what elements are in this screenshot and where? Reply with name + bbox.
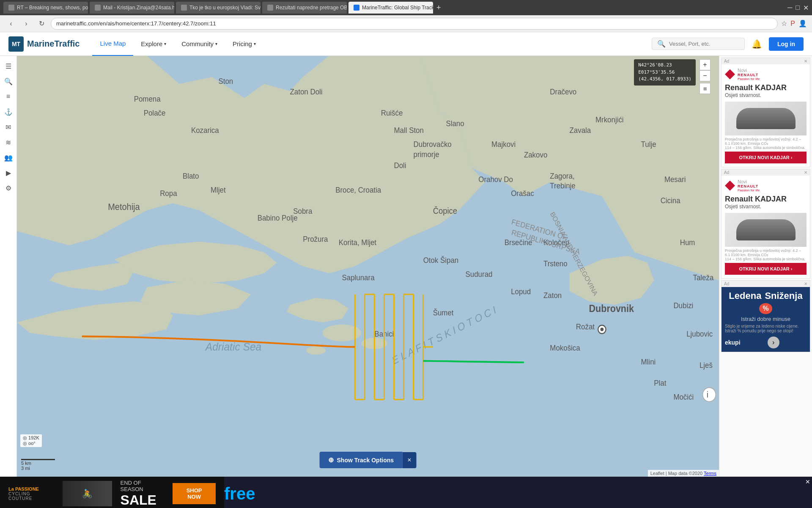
svg-text:Prožura: Prožura (303, 235, 328, 243)
svg-text:Zagora,Trebinje: Zagora,Trebinje (550, 171, 575, 190)
ad-renault-content-1: Novi RENAULT Passion for life Renault KA… (721, 64, 810, 167)
map-terms-link[interactable]: Terms (704, 471, 716, 476)
svg-text:Šumet: Šumet (433, 308, 454, 317)
svg-text:Cicina: Cicina (661, 196, 680, 205)
pinterest-icon[interactable]: P (790, 20, 795, 28)
svg-text:Babino Polje: Babino Polje (258, 214, 298, 223)
ad-close-icon-1[interactable]: ✕ (804, 59, 807, 64)
logo-area[interactable]: MT MarineTraffic (8, 36, 80, 52)
ad-sidebar: Ad ✕ Novi RENAULT Passion for life Renau… (719, 56, 812, 477)
svg-text:REPUBLIKA SRPSKA: REPUBLIKA SRPSKA (510, 228, 581, 256)
close-window-button[interactable]: ✕ (803, 4, 809, 12)
tab-marine[interactable]: MarineTraffic: Global Ship Track... × (348, 2, 433, 14)
show-track-options-button[interactable]: ⊕ Show Track Options (320, 452, 403, 468)
search-box[interactable]: 🔍 (652, 38, 745, 50)
svg-point-79 (600, 328, 604, 331)
forward-button[interactable]: › (20, 18, 32, 30)
zoom-out-button[interactable]: − (700, 70, 710, 81)
svg-point-80 (703, 388, 716, 402)
app-header: MT MarineTraffic Live Map Explore ▾ Comm… (0, 32, 812, 56)
ad-renault-content-2: Novi RENAULT Passion for life Renault KA… (721, 176, 810, 278)
profile-icon[interactable]: 👤 (798, 19, 807, 28)
search-input[interactable] (669, 41, 739, 47)
ad-cta-button-2[interactable]: OTKRIJ NOVI KADJAR › (725, 263, 807, 275)
banner-ad-close-button[interactable]: ✕ (805, 478, 810, 485)
tab-obi[interactable]: Rezultati napredne pretrage OBI... × (262, 2, 347, 14)
login-button[interactable]: Log in (769, 37, 804, 51)
zoom-in-button[interactable]: + (700, 59, 710, 70)
svg-text:Hum: Hum (680, 238, 695, 247)
cycling-ad: La PASSIONE CYCLING COUTURE 🚴 END OF SEA… (0, 477, 224, 508)
svg-text:Metohija: Metohija (108, 202, 140, 212)
svg-text:Mesari: Mesari (664, 175, 686, 184)
svg-text:Sobra: Sobra (293, 207, 312, 215)
ad-cta-button-1[interactable]: OTKRIJ NOVI KADJAR › (725, 152, 807, 163)
svg-text:Mrkonjići: Mrkonjići (595, 116, 624, 124)
svg-text:Taleža: Taleža (693, 273, 714, 282)
svg-text:Lješ: Lješ (700, 361, 713, 370)
track-options-bar: ⊕ Show Track Options × (320, 452, 417, 468)
track-options-close-button[interactable]: × (402, 452, 416, 468)
back-button[interactable]: ‹ (5, 18, 17, 30)
tab-news[interactable]: Tko je tko u europskoj Vladi: Sv... × (176, 2, 261, 14)
sidebar-mail-icon[interactable]: ✉ (2, 120, 15, 134)
pricing-arrow: ▾ (254, 41, 256, 46)
tab-rt[interactable]: RT – Breaking news, shows, pod... × (3, 2, 88, 14)
svg-text:Otok Šipan: Otok Šipan (423, 255, 459, 265)
renault-logo-2 (725, 181, 735, 191)
svg-text:FEDERATION OF: FEDERATION OF (510, 218, 568, 242)
bookmark-icon[interactable]: ☆ (781, 19, 787, 28)
sidebar-layers-icon[interactable]: ≋ (2, 135, 15, 149)
svg-point-78 (598, 325, 606, 334)
sidebar-filter-icon[interactable]: ≡ (2, 90, 15, 103)
svg-text:Ruišće: Ruišće (381, 108, 403, 117)
nav-live-map[interactable]: Live Map (92, 32, 133, 56)
svg-text:Mokošica: Mokošica (550, 343, 580, 352)
svg-text:Adriatic Sea: Adriatic Sea (205, 340, 261, 353)
svg-text:Dubrovačkoprimorje: Dubrovačkoprimorje (414, 140, 452, 159)
svg-point-1 (322, 325, 361, 342)
new-tab-button[interactable]: + (436, 3, 441, 12)
community-arrow: ▾ (215, 41, 217, 46)
sidebar-search-icon[interactable]: 🔍 (2, 75, 15, 88)
tab-mail[interactable]: Mail - Kristijan.Zinaja@24sata.hr × (90, 2, 174, 14)
svg-text:Zavala: Zavala (569, 126, 591, 135)
main-nav: Live Map Explore ▾ Community ▾ Pricing ▾ (92, 32, 263, 56)
minimize-button[interactable]: ─ (787, 4, 792, 11)
svg-text:Sudurad: Sudurad (466, 270, 493, 279)
free-text: free (224, 484, 255, 503)
reload-button[interactable]: ↻ (36, 18, 47, 30)
svg-text:Ljubovic: Ljubovic (686, 329, 713, 338)
svg-text:Doli: Doli (394, 161, 406, 170)
sidebar-vessels-icon[interactable]: ⚓ (2, 105, 15, 119)
ad-close-icon-3[interactable]: ✕ (804, 282, 807, 286)
svg-text:Rožat: Rožat (576, 323, 595, 331)
notification-bell[interactable]: 🔔 (752, 39, 762, 49)
svg-text:Dračevo: Dračevo (550, 88, 576, 97)
svg-text:Orahov Do: Orahov Do (478, 175, 513, 184)
ad-renault-2: Ad ✕ Novi RENAULT Passion for life Renau… (721, 169, 810, 279)
svg-text:Pomena: Pomena (134, 94, 161, 103)
logo-text: MarineTraffic (27, 39, 80, 49)
svg-text:Koločep: Koločep (543, 238, 569, 247)
svg-text:Polače: Polače (144, 108, 166, 117)
ad-ekupi-cta-button[interactable]: › (768, 337, 779, 348)
ad-close-icon-2[interactable]: ✕ (804, 170, 807, 175)
sidebar-menu-icon[interactable]: ☰ (2, 59, 15, 73)
svg-rect-0 (17, 56, 719, 477)
sidebar-play-icon[interactable]: ▶ (2, 166, 15, 179)
map-layers-button[interactable]: ⊞ (700, 83, 710, 94)
url-bar[interactable]: marinetraffic.com/en/ais/home/centerx:17… (51, 18, 778, 30)
maximize-button[interactable]: □ (796, 4, 800, 11)
sidebar-settings-icon[interactable]: ⚙ (2, 181, 15, 195)
nav-explore[interactable]: Explore ▾ (133, 32, 174, 56)
ad-ekupi-content: Ledena Sniženja % Istraži dobre minuse S… (721, 287, 810, 352)
nav-pricing[interactable]: Pricing ▾ (225, 32, 263, 56)
sidebar-users-icon[interactable]: 👥 (2, 151, 15, 164)
tab-favicon-mail (95, 5, 101, 11)
map-attribution: Leaflet | Map data ©2020 Terms (648, 470, 719, 477)
nav-community[interactable]: Community ▾ (174, 32, 225, 56)
shop-now-button[interactable]: SHOP NOW (173, 483, 216, 504)
car-shape-2 (736, 219, 796, 240)
map-container[interactable]: Metohija Ston Zaton Doli Pomena Polače K… (17, 56, 719, 477)
